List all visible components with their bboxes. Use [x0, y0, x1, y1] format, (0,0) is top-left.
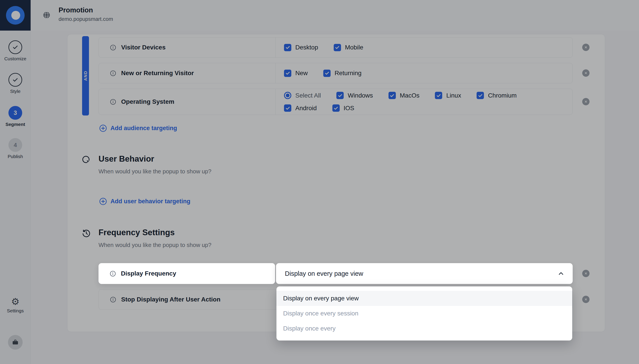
display-frequency-dropdown: Display on every page view Display once … — [276, 286, 572, 340]
condition-row-display-frequency: Display Frequency Display on every page … — [99, 263, 573, 284]
condition-label: Display Frequency — [121, 270, 176, 277]
chevron-up-icon — [557, 270, 565, 277]
dropdown-option-every-page-view[interactable]: Display on every page view — [276, 291, 572, 306]
info-icon[interactable] — [110, 270, 116, 277]
dropdown-option-once-every-session[interactable]: Display once every session — [276, 306, 572, 321]
selected-value: Display on every page view — [285, 270, 363, 277]
condition-label-cell: Display Frequency — [99, 263, 275, 284]
display-frequency-select[interactable]: Display on every page view — [276, 263, 573, 284]
dropdown-option-once-every[interactable]: Display once every — [276, 321, 572, 336]
